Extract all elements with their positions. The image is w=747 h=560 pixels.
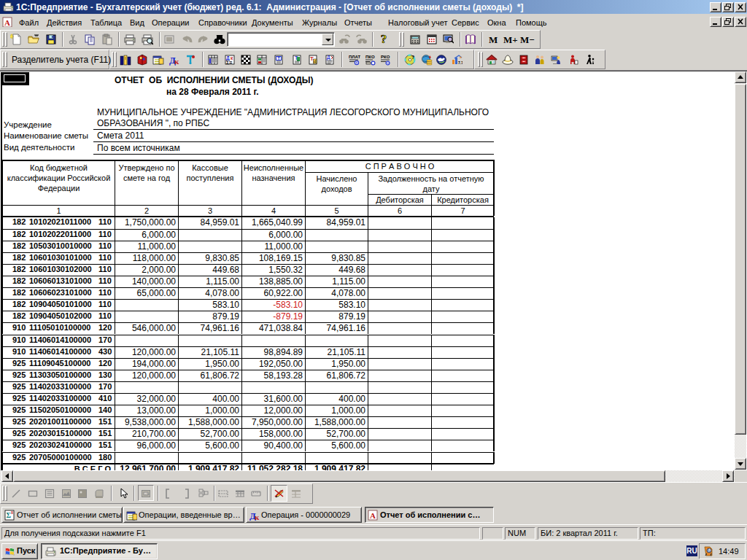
svg-text:+2▾: +2▾: [144, 492, 150, 496]
svg-text:A: A: [370, 511, 376, 520]
svg-text:Σ=: Σ=: [226, 60, 232, 65]
svg-text:T: T: [277, 56, 280, 61]
svg-text:A: A: [4, 18, 10, 27]
svg-text:к: к: [174, 57, 179, 66]
svg-text:7.7: 7.7: [458, 61, 462, 65]
svg-text:?: ?: [381, 32, 387, 44]
svg-text:РКО: РКО: [381, 55, 390, 59]
svg-text:?: ?: [411, 55, 414, 60]
svg-text:Д: Д: [327, 55, 330, 61]
svg-text:ПЛАТ: ПЛАТ: [349, 55, 360, 59]
svg-text:d: d: [314, 59, 316, 63]
svg-text:Σ: Σ: [7, 511, 12, 519]
svg-text:ПКО: ПКО: [365, 55, 375, 59]
svg-text:к: к: [255, 513, 260, 521]
